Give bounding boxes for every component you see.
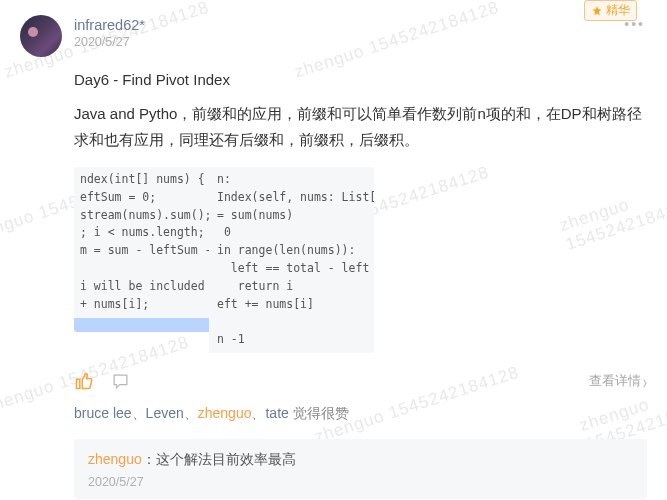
like-button[interactable] [74, 371, 94, 391]
liker-name[interactable]: Leven [146, 405, 184, 421]
code-right-pane: n: Index(self, nums: List[int = sum(nums… [209, 167, 374, 353]
comment-icon [111, 372, 130, 391]
likers-suffix: 觉得很赞 [293, 405, 349, 421]
thumb-up-icon [74, 371, 94, 391]
comment-date: 2020/5/27 [88, 475, 633, 489]
comment-author[interactable]: zhenguo [88, 451, 142, 467]
post-title: Day6 - Find Pivot Index [74, 67, 647, 93]
post-description: Java and Pytho，前缀和的应用，前缀和可以简单看作数列前n项的和，在… [74, 101, 647, 154]
likers-line: bruce lee、Leven、zhenguo、tate 觉得很赞 [74, 405, 647, 423]
code-left-pane: ndex(int[] nums) { eftSum = 0; stream(nu… [74, 167, 209, 318]
comment-button[interactable] [110, 371, 130, 391]
more-icon[interactable]: ••• [624, 16, 645, 32]
star-icon [591, 5, 603, 17]
liker-name[interactable]: tate [265, 405, 288, 421]
username[interactable]: infrared62* [74, 17, 647, 33]
avatar[interactable] [20, 15, 62, 57]
post-card: 精华 ••• infrared62* 2020/5/27 Day6 - Find… [0, 0, 667, 499]
comment-text: ：这个解法目前效率最高 [142, 451, 296, 467]
post-date: 2020/5/27 [74, 35, 647, 49]
liker-name[interactable]: bruce lee [74, 405, 132, 421]
code-screenshot[interactable]: ndex(int[] nums) { eftSum = 0; stream(nu… [74, 167, 374, 353]
view-details-button[interactable]: 查看详情 › [589, 372, 647, 390]
liker-name[interactable]: zhenguo [198, 405, 252, 421]
chevron-right-icon: › [643, 371, 647, 392]
view-details-label: 查看详情 [589, 372, 641, 390]
code-selection-bar [74, 318, 209, 332]
comment-box: zhenguo：这个解法目前效率最高 2020/5/27 [74, 439, 647, 499]
